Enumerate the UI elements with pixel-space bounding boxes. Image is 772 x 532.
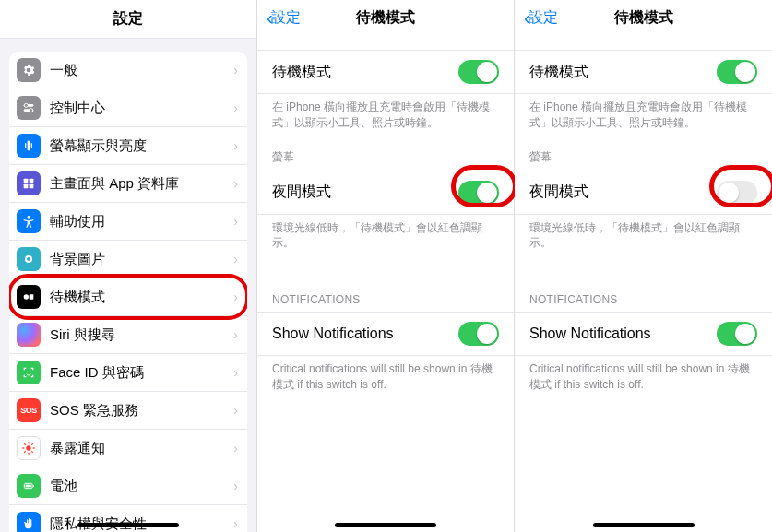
notifications-header: NOTIFICATIONS (515, 251, 772, 312)
row-label: 控制中心 (50, 100, 233, 117)
svg-line-21 (31, 451, 32, 452)
gear-icon (17, 58, 41, 82)
row-privacy[interactable]: 隱私權與安全性 › (9, 505, 247, 532)
row-sos[interactable]: SOS SOS 緊急服務 › (9, 392, 247, 430)
back-button[interactable]: ‹ 設定 (267, 8, 301, 28)
row-label: 一般 (50, 62, 233, 79)
standby-toggle-row: 待機模式 (257, 50, 514, 94)
svg-rect-12 (30, 294, 34, 299)
standby-panel-night-off: ‹ 設定 待機模式 待機模式 在 iPhone 橫向擺放且充電時會啟用「待機模式… (515, 0, 772, 532)
siri-icon (17, 323, 41, 347)
night-mode-label: 夜間模式 (272, 183, 458, 202)
svg-rect-25 (33, 485, 34, 488)
display-header: 螢幕 (515, 131, 772, 171)
sos-icon: SOS (17, 398, 41, 422)
chevron-right-icon: › (233, 100, 238, 115)
row-label: Siri 與搜尋 (50, 326, 233, 344)
home-indicator[interactable] (593, 523, 695, 527)
chevron-right-icon: › (233, 63, 238, 77)
chevron-right-icon: › (233, 138, 238, 153)
standby-note: 在 iPhone 橫向擺放且充電時會啟用「待機模式」以顯示小工具、照片或時鐘。 (257, 94, 514, 131)
standby-toggle[interactable] (717, 60, 757, 84)
privacy-icon (17, 512, 41, 532)
standby-note: 在 iPhone 橫向擺放且充電時會啟用「待機模式」以顯示小工具、照片或時鐘。 (515, 94, 772, 131)
row-label: 待機模式 (50, 289, 233, 306)
chevron-right-icon: › (233, 252, 238, 266)
chevron-right-icon: › (233, 214, 238, 229)
svg-point-14 (30, 372, 30, 372)
accessibility-icon (17, 209, 41, 233)
row-control-center[interactable]: 控制中心 › (9, 89, 247, 127)
svg-line-23 (31, 443, 32, 444)
row-standby[interactable]: 待機模式 › (9, 278, 247, 316)
faceid-icon (17, 361, 41, 384)
notifications-label: Show Notifications (272, 325, 458, 342)
battery-icon (17, 474, 41, 498)
row-label: 暴露通知 (50, 440, 233, 457)
chevron-right-icon: › (233, 479, 238, 493)
night-mode-toggle[interactable] (717, 181, 757, 205)
chevron-right-icon: › (233, 327, 238, 342)
row-accessibility[interactable]: 輔助使用 › (9, 203, 247, 241)
notifications-toggle[interactable] (458, 322, 499, 346)
svg-point-13 (26, 372, 27, 372)
display-header: 螢幕 (257, 131, 514, 171)
svg-rect-6 (24, 184, 29, 189)
svg-point-8 (28, 216, 30, 219)
standby-toggle-row: 待機模式 (515, 50, 772, 94)
svg-line-22 (24, 451, 25, 452)
svg-rect-5 (30, 179, 34, 183)
exposure-icon (17, 436, 41, 460)
chevron-right-icon: › (233, 441, 238, 455)
svg-rect-4 (24, 179, 29, 183)
row-home-screen[interactable]: 主畫面與 App 資料庫 › (9, 165, 247, 203)
svg-point-15 (26, 445, 30, 450)
night-mode-row: 夜間模式 (515, 171, 772, 215)
chevron-right-icon: › (233, 403, 238, 418)
svg-rect-26 (26, 485, 31, 488)
brightness-icon (17, 134, 41, 158)
night-mode-note: 環境光線低時，「待機模式」會以紅色調顯示。 (257, 215, 514, 252)
settings-list: 一般 › 控制中心 › 螢幕顯示與亮度 › 主畫面與 App 資料庫 › (9, 52, 247, 532)
back-label: 設定 (529, 8, 558, 28)
notifications-row: Show Notifications (257, 312, 514, 356)
settings-title: 設定 (0, 0, 256, 39)
night-mode-toggle[interactable] (458, 181, 499, 205)
row-general[interactable]: 一般 › (9, 52, 247, 89)
chevron-right-icon: › (233, 290, 238, 304)
standby-toggle-label: 待機模式 (272, 63, 458, 82)
row-exposure[interactable]: 暴露通知 › (9, 430, 247, 467)
row-display[interactable]: 螢幕顯示與亮度 › (9, 127, 247, 165)
row-label: 電池 (50, 478, 233, 495)
svg-rect-7 (30, 184, 34, 189)
row-siri[interactable]: Siri 與搜尋 › (9, 316, 247, 354)
svg-point-3 (30, 109, 33, 112)
home-indicator[interactable] (335, 523, 436, 527)
row-label: 螢幕顯示與亮度 (50, 137, 233, 155)
standby-toggle[interactable] (458, 60, 499, 84)
notifications-note: Critical notifications will still be sho… (257, 356, 514, 393)
notifications-toggle[interactable] (717, 322, 757, 346)
row-wallpaper[interactable]: 背景圖片 › (9, 241, 247, 278)
chevron-right-icon: › (233, 176, 238, 191)
standby-panel-night-on: ‹ 設定 待機模式 待機模式 在 iPhone 橫向擺放且充電時會啟用「待機模式… (257, 0, 515, 532)
night-mode-label: 夜間模式 (529, 183, 717, 202)
nav-header: ‹ 設定 待機模式 (257, 0, 514, 35)
svg-point-10 (27, 257, 30, 261)
row-label: 背景圖片 (50, 251, 233, 268)
row-battery[interactable]: 電池 › (9, 467, 247, 505)
notifications-note: Critical notifications will still be sho… (515, 356, 772, 393)
grid-icon (17, 171, 41, 195)
back-label: 設定 (271, 8, 301, 28)
row-label: 輔助使用 (50, 213, 233, 231)
back-button[interactable]: ‹ 設定 (524, 8, 558, 28)
row-label: Face ID 與密碼 (50, 364, 233, 382)
standby-toggle-label: 待機模式 (529, 63, 717, 82)
row-label: 主畫面與 App 資料庫 (50, 175, 233, 193)
row-label: SOS 緊急服務 (50, 402, 233, 420)
notifications-label: Show Notifications (529, 325, 717, 342)
row-faceid[interactable]: Face ID 與密碼 › (9, 354, 247, 392)
night-mode-row: 夜間模式 (257, 171, 514, 215)
home-indicator[interactable] (77, 523, 179, 527)
svg-point-11 (24, 294, 29, 299)
